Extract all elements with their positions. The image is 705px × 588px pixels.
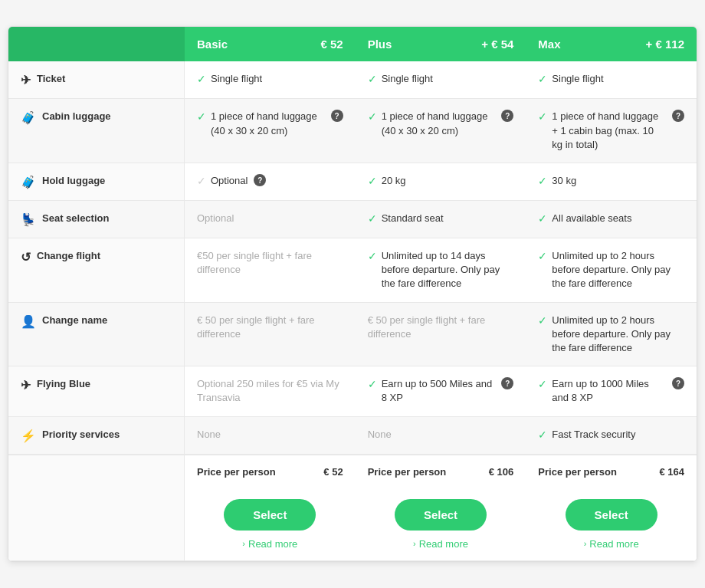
info-icon[interactable]: ? <box>672 110 684 122</box>
feature-label-priority-services: ⚡Priority services <box>8 417 185 455</box>
btn-basic-cell: Select › Read more <box>185 488 356 561</box>
price-amount-max: € 164 <box>659 466 684 478</box>
change-name-max-cell: ✓Unlimited up to 2 hours before departur… <box>526 303 697 367</box>
max-price: + € 112 <box>646 38 684 51</box>
muted-text: € 50 per single flight + fare difference <box>197 314 343 341</box>
pricing-table: Basic € 52 Plus + € 54 Max + € 112 ✈Tick… <box>8 26 697 561</box>
price-plus: Price per person € 106 <box>356 455 526 488</box>
priority-services-icon: ⚡ <box>21 429 36 443</box>
feature-label-ticket: ✈Ticket <box>8 61 185 99</box>
feature-label-change-name: 👤Change name <box>8 303 185 367</box>
table-grid: Basic € 52 Plus + € 54 Max + € 112 <box>8 27 697 61</box>
max-label: Max <box>538 38 560 51</box>
cell-text: 20 kg <box>382 174 406 188</box>
info-icon[interactable]: ? <box>501 377 513 389</box>
header-plus: Plus + € 54 <box>356 27 526 61</box>
change-name-basic-cell: € 50 per single flight + fare difference <box>185 303 356 367</box>
check-icon: ✓ <box>538 73 547 85</box>
hold-luggage-icon: 🧳 <box>21 175 36 189</box>
muted-text: €50 per single flight + fare difference <box>197 249 343 277</box>
price-max: Price per person € 164 <box>526 455 697 488</box>
cell-text: Single flight <box>382 72 433 86</box>
hold-luggage-name: Hold luggage <box>42 174 105 188</box>
info-icon[interactable]: ? <box>331 110 343 122</box>
read-more-basic-link[interactable]: › Read more <box>242 538 297 550</box>
cell-text: Standard seat <box>382 212 444 225</box>
flying-blue-icon: ✈ <box>21 378 31 393</box>
check-icon: ✓ <box>197 73 206 85</box>
header-basic: Basic € 52 <box>185 27 356 61</box>
feature-label-hold-luggage: 🧳Hold luggage <box>8 163 185 201</box>
check-icon: ✓ <box>538 250 547 262</box>
check-icon: ✓ <box>368 212 377 225</box>
change-flight-plus-cell: ✓Unlimited up to 14 days before departur… <box>356 238 526 303</box>
cell-text: 1 piece of hand luggage + 1 cabin bag (m… <box>552 110 666 152</box>
flying-blue-plus-cell: ✓Earn up to 500 Miles and 8 XP? <box>356 366 526 416</box>
muted-text: Optional 250 miles for €5 via My Transav… <box>197 377 343 405</box>
ticket-icon: ✈ <box>21 73 31 87</box>
price-grid: Price per person € 52 Price per person €… <box>8 455 697 488</box>
header-feature-col <box>8 27 185 61</box>
feature-label-cabin-luggage: 🧳Cabin luggage <box>8 99 185 163</box>
select-basic-button[interactable]: Select <box>224 499 316 531</box>
seat-selection-max-cell: ✓All available seats <box>526 201 697 238</box>
price-label-basic: Price per person <box>197 466 276 478</box>
cell-text: 1 piece of hand luggage (40 x 30 x 20 cm… <box>211 110 325 137</box>
read-more-max-link[interactable]: › Read more <box>584 538 639 550</box>
info-icon[interactable]: ? <box>672 377 684 389</box>
seat-selection-basic-cell: Optional <box>185 201 356 238</box>
check-icon: ✓ <box>368 110 377 123</box>
check-icon: ✓ <box>538 378 547 390</box>
check-icon: ✓ <box>538 110 547 123</box>
price-amount-basic: € 52 <box>323 466 343 478</box>
change-name-icon: 👤 <box>21 314 36 329</box>
plus-price: + € 54 <box>481 38 513 51</box>
hold-luggage-basic-cell: ✓Optional? <box>185 163 356 201</box>
cell-text: Optional <box>211 174 248 188</box>
cabin-luggage-basic-cell: ✓1 piece of hand luggage (40 x 30 x 20 c… <box>185 99 356 163</box>
cabin-luggage-max-cell: ✓1 piece of hand luggage + 1 cabin bag (… <box>526 99 697 163</box>
seat-selection-name: Seat selection <box>42 212 109 225</box>
check-icon: ✓ <box>538 175 547 187</box>
muted-text: € 50 per single flight + fare difference <box>368 314 514 341</box>
button-grid: Select › Read more Select › Read more Se… <box>8 488 697 561</box>
select-max-button[interactable]: Select <box>566 499 657 531</box>
cabin-luggage-plus-cell: ✓1 piece of hand luggage (40 x 30 x 20 c… <box>356 99 526 163</box>
change-flight-name: Change flight <box>37 249 100 263</box>
check-icon: ✓ <box>197 110 206 123</box>
header-max: Max + € 112 <box>526 27 697 61</box>
info-icon[interactable]: ? <box>501 110 513 122</box>
check-icon: ✓ <box>368 73 377 85</box>
price-basic: Price per person € 52 <box>185 455 356 488</box>
check-icon: ✓ <box>368 175 377 187</box>
cell-text: Single flight <box>552 72 603 86</box>
ticket-basic-cell: ✓Single flight <box>185 61 356 99</box>
change-name-name: Change name <box>42 314 107 327</box>
btn-max-cell: Select › Read more <box>526 488 697 561</box>
none-text: None <box>197 428 221 442</box>
price-label-max: Price per person <box>538 466 617 478</box>
cell-text: Fast Track security <box>552 428 635 442</box>
seat-selection-plus-cell: ✓Standard seat <box>356 201 526 238</box>
check-icon: ✓ <box>197 175 206 187</box>
change-flight-max-cell: ✓Unlimited up to 2 hours before departur… <box>526 238 697 303</box>
cabin-luggage-icon: 🧳 <box>21 110 36 125</box>
flying-blue-name: Flying Blue <box>37 377 90 391</box>
select-plus-button[interactable]: Select <box>395 499 487 531</box>
read-more-plus-link[interactable]: › Read more <box>413 538 468 550</box>
feature-label-change-flight: ↺Change flight <box>8 238 185 303</box>
chevron-right-icon-plus: › <box>413 539 416 548</box>
cell-text: 1 piece of hand luggage (40 x 30 x 20 cm… <box>382 110 496 137</box>
flying-blue-basic-cell: Optional 250 miles for €5 via My Transav… <box>185 366 356 416</box>
cell-text: Single flight <box>211 72 262 86</box>
change-name-plus-cell: € 50 per single flight + fare difference <box>356 303 526 367</box>
feature-label-flying-blue: ✈Flying Blue <box>8 366 185 416</box>
info-icon[interactable]: ? <box>254 174 266 186</box>
price-feature-col <box>8 455 185 488</box>
price-amount-plus: € 106 <box>489 466 514 478</box>
plus-label: Plus <box>368 38 392 51</box>
feature-label-seat-selection: 💺Seat selection <box>8 201 185 238</box>
cabin-luggage-name: Cabin luggage <box>42 110 111 123</box>
rows-container: ✈Ticket✓Single flight✓Single flight✓Sing… <box>8 61 697 454</box>
ticket-name: Ticket <box>37 72 65 86</box>
